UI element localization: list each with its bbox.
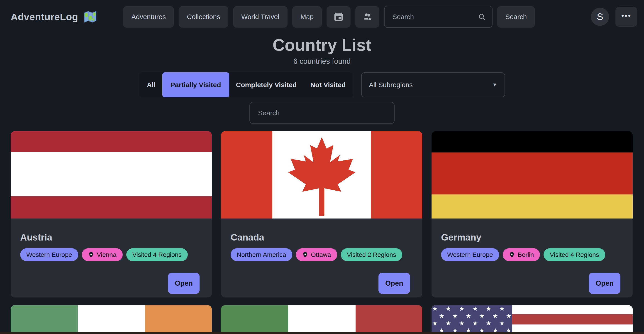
- ireland-flag: [11, 305, 212, 334]
- capital-badge: Vienna: [82, 248, 123, 261]
- country-name: Germany: [441, 232, 623, 243]
- map-pin-icon: [88, 252, 94, 258]
- nav-search-input[interactable]: [384, 6, 492, 28]
- country-grid: Austria Western Europe Vienna Visited 4 …: [11, 131, 633, 297]
- navbar-right: S •••: [591, 7, 637, 27]
- country-name: Austria: [20, 232, 202, 243]
- country-grid-row2: [11, 305, 633, 334]
- nav-item-collections[interactable]: Collections: [179, 6, 228, 28]
- brand[interactable]: AdventureLog: [11, 10, 97, 24]
- germany-flag: [432, 131, 633, 218]
- filter-row: All Partially Visited Completely Visited…: [0, 72, 644, 97]
- page-title: Country List: [0, 35, 644, 55]
- map-pin-icon: [509, 252, 515, 258]
- visited-badge: Visited 2 Regions: [341, 248, 402, 261]
- chevron-down-icon: ▼: [492, 82, 497, 88]
- users-button[interactable]: [355, 6, 379, 28]
- users-icon: [362, 12, 372, 22]
- region-badge: Northern America: [230, 248, 292, 261]
- nav-search-button[interactable]: Search: [497, 6, 535, 28]
- avatar[interactable]: S: [591, 8, 609, 26]
- subregion-select[interactable]: All Subregions ▼: [361, 72, 505, 97]
- country-card-partial-3[interactable]: [432, 305, 633, 334]
- visited-badge: Visited 4 Regions: [544, 248, 605, 261]
- tab-completely-visited[interactable]: Completely Visited: [229, 72, 304, 97]
- calendar-icon: [334, 12, 344, 22]
- nav-item-adventures[interactable]: Adventures: [123, 6, 174, 28]
- country-name: Canada: [230, 232, 413, 243]
- results-count: 6 countries found: [0, 57, 644, 66]
- nav-item-world-travel[interactable]: World Travel: [233, 6, 288, 28]
- open-button[interactable]: Open: [589, 273, 620, 294]
- tab-partially-visited[interactable]: Partially Visited: [162, 72, 229, 97]
- subregion-selected-value: All Subregions: [369, 81, 413, 89]
- app-title: AdventureLog: [11, 11, 78, 23]
- calendar-button[interactable]: [326, 6, 350, 28]
- bottom-edge: [0, 332, 644, 334]
- open-button[interactable]: Open: [168, 273, 200, 294]
- nav-item-map[interactable]: Map: [292, 6, 322, 28]
- usa-flag: [432, 305, 633, 334]
- map-pin-icon: [302, 252, 308, 258]
- capital-badge: Ottawa: [296, 248, 337, 261]
- capital-badge: Berlin: [503, 248, 540, 261]
- country-card-austria: Austria Western Europe Vienna Visited 4 …: [11, 131, 212, 297]
- country-card-germany: Germany Western Europe Berlin Visited 4 …: [432, 131, 633, 297]
- visited-badge: Visited 4 Regions: [126, 248, 188, 261]
- tab-not-visited[interactable]: Not Visited: [304, 72, 352, 97]
- country-card-canada: Canada Northern America Ottawa Visited 2…: [221, 131, 422, 297]
- country-list-page: AdventureLog Adventures Collections Worl…: [0, 0, 644, 334]
- open-button[interactable]: Open: [378, 273, 410, 294]
- region-badge: Western Europe: [441, 248, 499, 261]
- nav-search: [384, 6, 492, 28]
- more-menu-button[interactable]: •••: [616, 7, 637, 27]
- navbar: AdventureLog Adventures Collections Worl…: [0, 0, 644, 34]
- country-card-partial-2[interactable]: [221, 305, 422, 334]
- italy-flag: [221, 305, 422, 334]
- visit-filter-tabs: All Partially Visited Completely Visited…: [139, 72, 353, 97]
- country-search: [0, 102, 644, 124]
- maple-leaf-icon: [276, 135, 367, 218]
- nav-menu: Adventures Collections World Travel Map: [123, 6, 379, 28]
- region-badge: Western Europe: [20, 248, 78, 261]
- country-card-partial-1[interactable]: [11, 305, 212, 334]
- country-search-input[interactable]: [250, 102, 394, 124]
- tab-all[interactable]: All: [140, 72, 162, 97]
- canada-flag: [221, 131, 422, 218]
- world-map-icon: [83, 10, 97, 24]
- austria-flag: [11, 131, 212, 218]
- search-icon: [478, 13, 486, 21]
